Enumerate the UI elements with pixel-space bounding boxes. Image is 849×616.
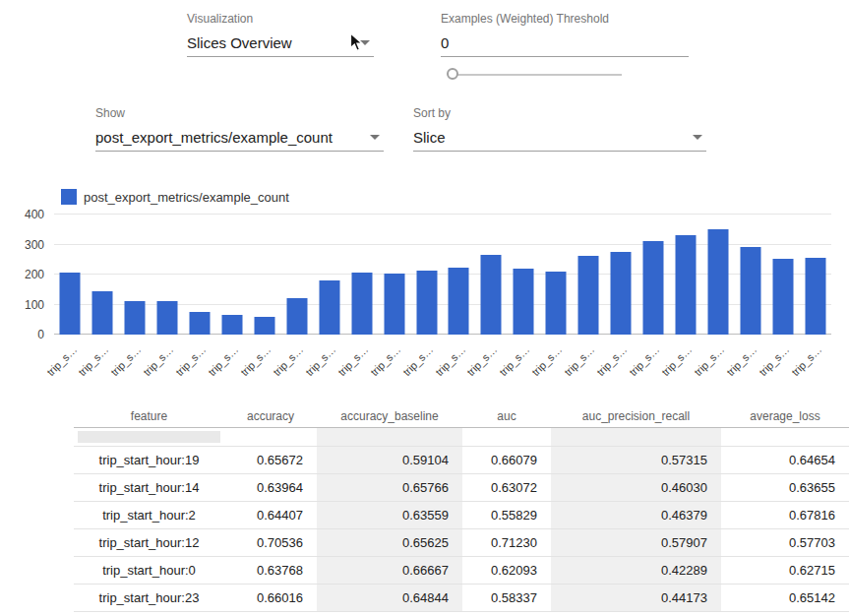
bar[interactable]: [805, 258, 825, 335]
visualization-dropdown[interactable]: Visualization Slices Overview: [187, 12, 374, 57]
bar[interactable]: [351, 273, 372, 335]
column-header-accuracy[interactable]: accuracy: [224, 405, 317, 427]
sort-by-dropdown[interactable]: Sort by Slice: [413, 106, 706, 152]
x-tick-label: trip_s…: [77, 343, 111, 378]
x-tick-label: trip_s…: [465, 343, 500, 378]
table-row[interactable]: trip_start_hour:120.705360.656250.712300…: [74, 528, 849, 556]
bar[interactable]: [254, 317, 274, 335]
bar[interactable]: [578, 256, 599, 335]
x-axis: trip_s…trip_s…trip_s…trip_s…trip_s…trip_…: [54, 336, 831, 393]
legend-color-swatch: [61, 189, 77, 205]
metric-cell: 0.66016: [224, 584, 317, 611]
x-tick-label: trip_s…: [173, 343, 208, 378]
filter-cell-auc_precision_recall[interactable]: [551, 427, 721, 446]
bar[interactable]: [481, 255, 502, 335]
chevron-down-icon[interactable]: [693, 135, 702, 140]
bar[interactable]: [514, 269, 534, 335]
x-tick-label: trip_s…: [789, 343, 823, 378]
gridline: [54, 214, 831, 215]
metric-cell: 0.63768: [224, 556, 317, 584]
bar[interactable]: [190, 312, 211, 335]
show-dropdown[interactable]: Show post_export_metrics/example_count: [95, 106, 384, 152]
metric-cell: 0.63964: [224, 473, 317, 501]
bar[interactable]: [707, 229, 728, 335]
slicing-metrics-browser: Visualization Slices Overview Examples (…: [0, 0, 849, 616]
column-header-accuracy_baseline[interactable]: accuracy_baseline: [317, 405, 462, 427]
slider-knob[interactable]: [447, 68, 458, 80]
bar[interactable]: [60, 273, 81, 335]
metric-cell: 0.58337: [462, 584, 551, 611]
bar[interactable]: [675, 235, 696, 335]
threshold-label: Examples (Weighted) Threshold: [441, 12, 689, 26]
bar[interactable]: [319, 280, 339, 335]
chevron-down-icon[interactable]: [370, 135, 380, 140]
filter-cell-feature[interactable]: [74, 427, 224, 446]
x-tick-label: trip_s…: [368, 343, 402, 378]
column-header-auc[interactable]: auc: [462, 405, 551, 427]
bar[interactable]: [416, 271, 437, 335]
visualization-value: Slices Overview: [187, 34, 292, 51]
feature-cell: trip_start_hour:23: [74, 584, 224, 611]
metric-cell: 0.63655: [721, 473, 849, 501]
x-tick-label: trip_s…: [529, 343, 564, 378]
y-axis: 0100200300400: [10, 215, 49, 335]
bar[interactable]: [157, 301, 178, 335]
x-tick-label: trip_s…: [303, 343, 337, 378]
sort-by-value: Slice: [413, 129, 446, 146]
x-tick-label: trip_s…: [400, 343, 435, 378]
column-header-auc_precision_recall[interactable]: auc_precision_recall: [551, 405, 721, 427]
threshold-value: 0: [441, 34, 449, 51]
feature-cell: trip_start_hour:0: [74, 556, 224, 584]
x-tick-label: trip_s…: [206, 343, 240, 378]
slider-track[interactable]: [453, 74, 622, 76]
table-row[interactable]: trip_start_hour:20.644070.635590.558290.…: [74, 501, 849, 528]
x-tick-label: trip_s…: [108, 343, 143, 378]
metric-cell: 0.46030: [551, 473, 721, 501]
feature-cell: trip_start_hour:12: [74, 528, 224, 556]
filter-input[interactable]: [78, 431, 220, 443]
visualization-label: Visualization: [187, 12, 374, 26]
x-tick-label: trip_s…: [238, 343, 273, 378]
table-row[interactable]: trip_start_hour:230.660160.648440.583370…: [74, 584, 849, 611]
x-tick-label: trip_s…: [757, 343, 791, 378]
y-tick-label: 0: [5, 328, 44, 341]
bar[interactable]: [642, 241, 663, 335]
threshold-input[interactable]: Examples (Weighted) Threshold 0: [441, 12, 689, 57]
metric-cell: 0.66079: [462, 446, 551, 473]
metric-cell: 0.65142: [721, 584, 849, 611]
filter-cell-auc[interactable]: [462, 427, 551, 446]
table-row[interactable]: trip_start_hour:140.639640.657660.630720…: [74, 473, 849, 501]
table-filter-row[interactable]: [74, 427, 849, 446]
table-row[interactable]: trip_start_hour:00.637680.666670.620930.…: [74, 556, 849, 584]
metric-cell: 0.63072: [462, 473, 551, 501]
column-header-average_loss[interactable]: average_loss: [721, 405, 849, 427]
sort-by-label: Sort by: [413, 106, 706, 120]
bar[interactable]: [546, 272, 567, 335]
metrics-table: featureaccuracyaccuracy_baselineaucauc_p…: [74, 405, 849, 612]
bar[interactable]: [740, 247, 760, 335]
bar[interactable]: [449, 268, 469, 335]
metric-cell: 0.57907: [551, 528, 721, 556]
chart-legend: post_export_metrics/example_count: [61, 189, 289, 205]
bar[interactable]: [772, 259, 793, 335]
x-tick-label: trip_s…: [497, 343, 531, 378]
filter-cell-accuracy_baseline[interactable]: [317, 427, 462, 446]
threshold-slider[interactable]: [445, 67, 622, 83]
plot-area: [54, 215, 831, 335]
y-tick-label: 200: [5, 268, 44, 281]
column-header-feature[interactable]: feature: [74, 405, 224, 427]
bar[interactable]: [222, 315, 243, 335]
filter-cell-average_loss[interactable]: [721, 427, 849, 446]
table-row[interactable]: trip_start_hour:190.656720.591040.660790…: [74, 446, 849, 473]
metric-cell: 0.65625: [317, 528, 462, 556]
metric-cell: 0.64844: [317, 584, 462, 611]
x-tick-label: trip_s…: [627, 343, 661, 378]
bar[interactable]: [125, 301, 146, 335]
metric-cell: 0.46379: [551, 501, 721, 528]
bar[interactable]: [286, 298, 307, 335]
bar[interactable]: [92, 291, 113, 335]
filter-cell-accuracy[interactable]: [224, 427, 317, 446]
feature-cell: trip_start_hour:2: [74, 501, 224, 528]
bar[interactable]: [384, 274, 404, 335]
bar[interactable]: [611, 252, 632, 335]
